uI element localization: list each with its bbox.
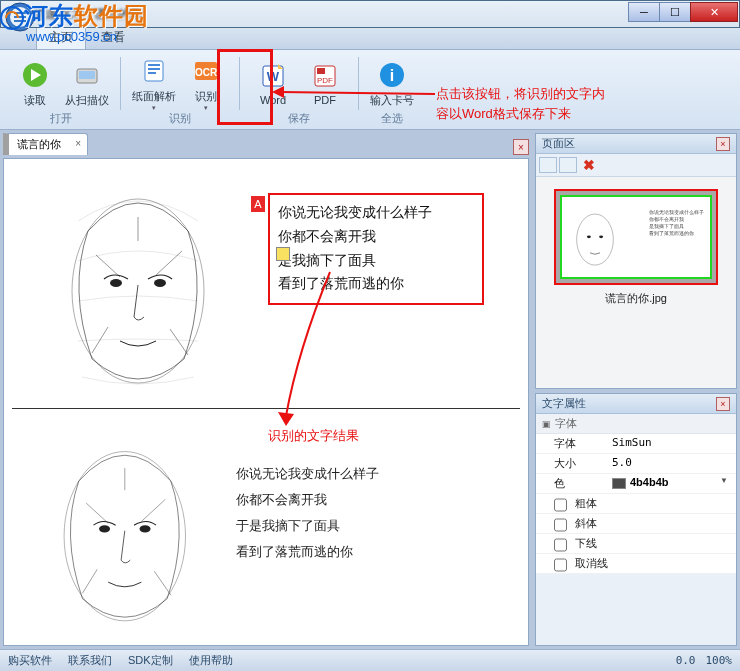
- ribbon-group-open: 读取 从扫描仪: [6, 53, 116, 126]
- close-panel-button[interactable]: ×: [716, 137, 730, 151]
- tutorial-annotation-save: 点击该按钮，将识别的文字内 容以Word格式保存下来: [436, 84, 605, 123]
- pages-panel-header: 页面区 ×: [536, 134, 736, 154]
- result-page: 识别的文字结果 你说无论我变成什么样子 你都不会离开我 于是我摘下了面具 看到了…: [12, 417, 520, 645]
- status-link-buy[interactable]: 购买软件: [8, 653, 52, 668]
- document-tab[interactable]: 谎言的你 ×: [3, 133, 88, 155]
- strike-checkbox[interactable]: [554, 557, 567, 573]
- properties-grid: ▣字体 字体SimSun 大小5.0 色4b4b4b▼ 粗体 斜体 下线 取消线: [536, 414, 736, 574]
- status-link-help[interactable]: 使用帮助: [189, 653, 233, 668]
- thumb-view-small[interactable]: [559, 157, 577, 173]
- svg-rect-15: [317, 68, 325, 74]
- svg-point-25: [99, 525, 110, 532]
- window-titlebar: 捷速OCR - 谎言的你 ─ ☐ ✕: [0, 0, 740, 28]
- ribbon-tabs: 主页 查看: [0, 28, 740, 50]
- document-tabbar: 谎言的你 × ×: [3, 133, 529, 155]
- svg-text:PDF: PDF: [317, 76, 333, 85]
- page-thumbnail[interactable]: 你说无论我变成什么样子你都不会离开我是我摘下了面具看到了落荒而逃的你: [554, 189, 718, 285]
- color-swatch: [612, 478, 626, 489]
- prop-category-font[interactable]: ▣字体: [536, 414, 736, 434]
- read-button[interactable]: 读取: [10, 53, 60, 113]
- svg-point-29: [587, 235, 591, 238]
- thumbnail-toolbar: ✖: [536, 154, 736, 177]
- svg-point-28: [577, 214, 614, 265]
- ribbon-group-save: W Word PDF PDF: [244, 53, 354, 126]
- status-link-contact[interactable]: 联系我们: [68, 653, 112, 668]
- thumb-text-preview: 你说无论我变成什么样子你都不会离开我是我摘下了面具看到了落荒而逃的你: [649, 209, 704, 237]
- svg-text:W: W: [267, 69, 280, 84]
- parse-button[interactable]: 纸面解析▾: [129, 53, 179, 113]
- svg-point-26: [140, 525, 151, 532]
- anchor-marker: [276, 247, 290, 261]
- face-sketch-thumb: [570, 207, 620, 271]
- face-sketch-image: [42, 435, 208, 634]
- main-workspace: 谎言的你 × ×: [0, 130, 740, 649]
- status-link-sdk[interactable]: SDK定制: [128, 653, 173, 668]
- properties-panel: 文字属性 × ▣字体 字体SimSun 大小5.0 色4b4b4b▼ 粗体 斜体…: [535, 393, 737, 646]
- document-view[interactable]: A 你说无论我变成什么样子 你都不会离开我 是我摘下了面具 看到了落荒而逃的你: [3, 158, 529, 646]
- text-region-marker: A: [250, 195, 266, 213]
- svg-text:OCR: OCR: [195, 67, 218, 78]
- thumbnail-list: 你说无论我变成什么样子你都不会离开我是我摘下了面具看到了落荒而逃的你 谎言的你.…: [536, 177, 736, 388]
- save-word-button[interactable]: W Word: [248, 53, 298, 113]
- info-icon: i: [376, 59, 408, 91]
- svg-rect-8: [148, 68, 160, 70]
- prop-color[interactable]: 色4b4b4b▼: [536, 474, 736, 494]
- thumb-view-large[interactable]: [539, 157, 557, 173]
- prop-bold[interactable]: 粗体: [536, 494, 736, 514]
- close-panel-button[interactable]: ×: [716, 397, 730, 411]
- ribbon-toolbar: 读取 从扫描仪 纸面解析▾ OCR 识别▾ W Word: [0, 50, 740, 130]
- prop-italic[interactable]: 斜体: [536, 514, 736, 534]
- ocr-button[interactable]: OCR 识别▾: [181, 53, 231, 113]
- ocr-icon: OCR: [190, 55, 222, 87]
- side-panels: 页面区 × ✖ 你说无论我变成什么样子你都不会离开我是我摘下了面具看到: [532, 130, 740, 649]
- svg-rect-5: [79, 71, 95, 79]
- ribbon-group-select: i 输入卡号: [363, 53, 421, 126]
- svg-rect-9: [148, 72, 156, 74]
- pdf-icon: PDF: [309, 60, 341, 92]
- close-pane-button[interactable]: ×: [513, 139, 529, 155]
- read-icon: [19, 59, 51, 91]
- save-pdf-button[interactable]: PDF PDF: [300, 53, 350, 113]
- maximize-button[interactable]: ☐: [659, 2, 691, 22]
- dropdown-icon[interactable]: ▼: [720, 476, 732, 485]
- prop-size[interactable]: 大小5.0: [536, 454, 736, 474]
- svg-point-23: [154, 279, 166, 287]
- properties-panel-header: 文字属性 ×: [536, 394, 736, 414]
- delete-page-button[interactable]: ✖: [583, 157, 595, 173]
- scan-button[interactable]: 从扫描仪: [62, 53, 112, 113]
- svg-point-30: [599, 235, 603, 238]
- input-card-button[interactable]: i 输入卡号: [367, 53, 417, 113]
- close-button[interactable]: ✕: [690, 2, 738, 22]
- svg-text:i: i: [390, 67, 394, 84]
- tab-main[interactable]: 主页: [36, 25, 86, 49]
- prop-font[interactable]: 字体SimSun: [536, 434, 736, 454]
- ribbon-group-recognize: 纸面解析▾ OCR 识别▾: [125, 53, 235, 126]
- pages-panel: 页面区 × ✖ 你说无论我变成什么样子你都不会离开我是我摘下了面具看到: [535, 133, 737, 389]
- parse-icon: [138, 55, 170, 87]
- app-menu-orb[interactable]: [4, 1, 36, 43]
- result-label: 识别的文字结果: [268, 427, 359, 445]
- scanner-icon: [71, 59, 103, 91]
- ocr-selection-box[interactable]: A 你说无论我变成什么样子 你都不会离开我 是我摘下了面具 看到了落荒而逃的你: [268, 193, 484, 305]
- italic-checkbox[interactable]: [554, 517, 567, 533]
- status-coord: 0.0: [676, 654, 696, 667]
- close-tab-icon[interactable]: ×: [75, 138, 81, 149]
- underline-checkbox[interactable]: [554, 537, 567, 553]
- prop-strike[interactable]: 取消线: [536, 554, 736, 574]
- bold-checkbox[interactable]: [554, 497, 567, 513]
- thumbnail-caption: 谎言的你.jpg: [554, 285, 718, 306]
- svg-rect-7: [148, 64, 160, 66]
- document-pane: 谎言的你 × ×: [0, 130, 532, 649]
- prop-underline[interactable]: 下线: [536, 534, 736, 554]
- result-text-block[interactable]: 你说无论我变成什么样子 你都不会离开我 于是我摘下了面具 看到了落荒而逃的你: [236, 461, 379, 565]
- status-bar: 购买软件 联系我们 SDK定制 使用帮助 0.0 100%: [0, 649, 740, 671]
- face-sketch-image: [48, 181, 228, 397]
- svg-point-22: [110, 279, 122, 287]
- window-controls: ─ ☐ ✕: [628, 2, 738, 22]
- word-icon: W: [257, 60, 289, 92]
- source-image-page: A 你说无论我变成什么样子 你都不会离开我 是我摘下了面具 看到了落荒而逃的你: [12, 167, 520, 409]
- minimize-button[interactable]: ─: [628, 2, 660, 22]
- tab-view[interactable]: 查看: [88, 25, 138, 49]
- status-zoom: 100%: [706, 654, 733, 667]
